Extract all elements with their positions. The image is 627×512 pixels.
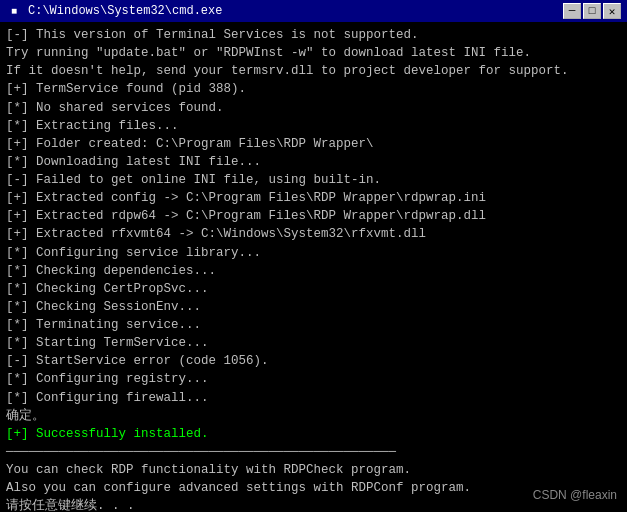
chinese-confirm: 确定。 — [6, 407, 621, 425]
terminal-line: [*] Extracting files... — [6, 117, 621, 135]
watermark: CSDN @fleaxin — [533, 488, 617, 502]
terminal-line: [*] Downloading latest INI file... — [6, 153, 621, 171]
title-controls: ─ □ ✕ — [563, 3, 621, 19]
success-line: [+] Successfully installed. — [6, 425, 621, 443]
chinese-prompt: 请按任意键继续. . . — [6, 497, 621, 512]
terminal-line: [*] Checking SessionEnv... — [6, 298, 621, 316]
divider: ────────────────────────────────────────… — [6, 443, 621, 461]
terminal-line: If it doesn't help, send your termsrv.dl… — [6, 62, 621, 80]
terminal-line: [+] Extracted config -> C:\Program Files… — [6, 189, 621, 207]
terminal-line: Try running "update.bat" or "RDPWInst -w… — [6, 44, 621, 62]
terminal-line: [+] Folder created: C:\Program Files\RDP… — [6, 135, 621, 153]
rdp-info-line: You can check RDP functionality with RDP… — [6, 461, 621, 479]
title-text: C:\Windows\System32\cmd.exe — [28, 4, 563, 18]
terminal-line: [*] Configuring registry... — [6, 370, 621, 388]
terminal-line: [*] Starting TermService... — [6, 334, 621, 352]
rdp-info-line: Also you can configure advanced settings… — [6, 479, 621, 497]
close-button[interactable]: ✕ — [603, 3, 621, 19]
terminal-line: [-] This version of Terminal Services is… — [6, 26, 621, 44]
title-bar: ■ C:\Windows\System32\cmd.exe ─ □ ✕ — [0, 0, 627, 22]
terminal-line: [*] Checking dependencies... — [6, 262, 621, 280]
terminal-line: [+] Extracted rdpw64 -> C:\Program Files… — [6, 207, 621, 225]
terminal-line: [-] StartService error (code 1056). — [6, 352, 621, 370]
terminal-line: [-] Failed to get online INI file, using… — [6, 171, 621, 189]
terminal-line: [*] Terminating service... — [6, 316, 621, 334]
maximize-button[interactable]: □ — [583, 3, 601, 19]
terminal-line: [+] TermService found (pid 388). — [6, 80, 621, 98]
terminal-line: [*] Checking CertPropSvc... — [6, 280, 621, 298]
terminal-line: [+] Extracted rfxvmt64 -> C:\Windows\Sys… — [6, 225, 621, 243]
terminal-body: [-] This version of Terminal Services is… — [0, 22, 627, 512]
minimize-button[interactable]: ─ — [563, 3, 581, 19]
terminal-line: [*] No shared services found. — [6, 99, 621, 117]
terminal-line: [*] Configuring service library... — [6, 244, 621, 262]
window-icon: ■ — [6, 3, 22, 19]
terminal-line: [*] Configuring firewall... — [6, 389, 621, 407]
